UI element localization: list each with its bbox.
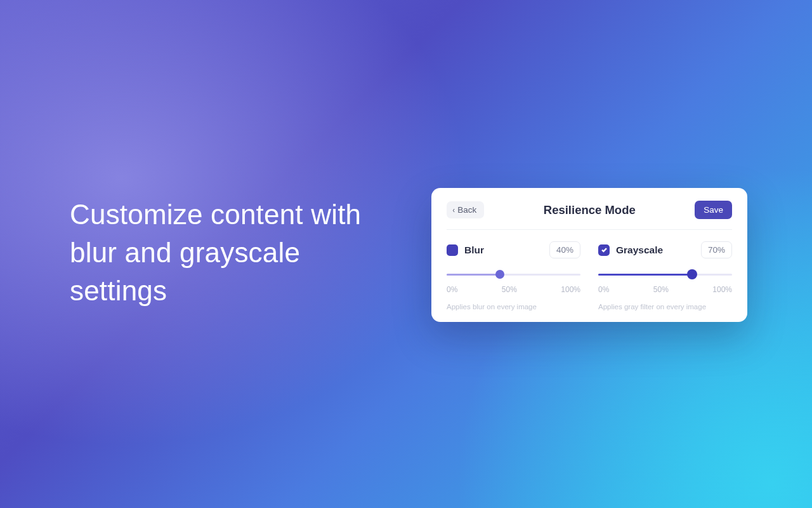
promo-canvas: Customize content with blur and grayscal… [0, 0, 812, 508]
grayscale-slider[interactable] [598, 270, 732, 279]
grayscale-slider-ticks: 0% 50% 100% [598, 285, 732, 294]
grayscale-slider-fill [598, 274, 692, 276]
back-button[interactable]: ‹ Back [447, 201, 484, 218]
blur-slider-thumb[interactable] [495, 270, 504, 279]
save-button[interactable]: Save [695, 201, 732, 219]
blur-slider[interactable] [447, 270, 580, 279]
blur-helper-text: Applies blur on every image [447, 303, 580, 311]
blur-checkbox[interactable] [447, 244, 458, 256]
tick-mid: 50% [653, 285, 669, 294]
grayscale-control-header: Grayscale 70% [598, 241, 732, 258]
blur-value-field[interactable]: 40% [549, 241, 580, 258]
grayscale-helper-text: Applies gray filter on every image [598, 303, 732, 311]
tick-high: 100% [561, 285, 580, 294]
blur-control-header: Blur 40% [447, 241, 580, 258]
card-title: Resilience Mode [544, 203, 636, 217]
blur-slider-ticks: 0% 50% 100% [447, 285, 580, 294]
grayscale-control: Grayscale 70% 0% 50% 100% Applies gray f… [598, 241, 732, 311]
promo-headline: Customize content with blur and grayscal… [70, 196, 400, 309]
check-icon [601, 246, 608, 253]
blur-label: Blur [464, 244, 484, 256]
settings-card: ‹ Back Resilience Mode Save Blur 40% [431, 188, 747, 322]
chevron-left-icon: ‹ [452, 206, 454, 214]
blur-slider-fill [447, 274, 500, 276]
card-header: ‹ Back Resilience Mode Save [447, 201, 732, 230]
blur-label-group: Blur [447, 244, 484, 256]
controls-row: Blur 40% 0% 50% 100% Applies blur on eve… [447, 230, 732, 311]
grayscale-value-field[interactable]: 70% [701, 241, 732, 258]
back-button-label: Back [457, 205, 476, 215]
blur-control: Blur 40% 0% 50% 100% Applies blur on eve… [447, 241, 580, 311]
tick-high: 100% [712, 285, 732, 294]
grayscale-checkbox[interactable] [598, 244, 610, 256]
grayscale-slider-thumb[interactable] [687, 269, 697, 279]
grayscale-label-group: Grayscale [598, 244, 663, 256]
tick-mid: 50% [502, 285, 517, 294]
tick-low: 0% [447, 285, 457, 294]
grayscale-label: Grayscale [616, 244, 663, 256]
tick-low: 0% [598, 285, 609, 294]
